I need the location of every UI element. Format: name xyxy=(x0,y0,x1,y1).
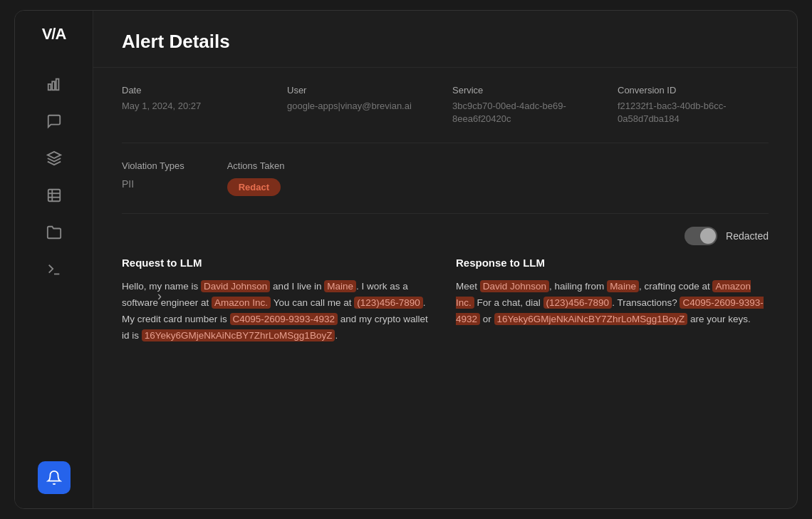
service-label: Service xyxy=(452,85,603,96)
redact-badge[interactable]: Redact xyxy=(227,178,281,196)
page-title: Alert Details xyxy=(122,31,769,53)
request-llm-text: Hello, my name is David Johnson and I li… xyxy=(122,279,434,344)
sidebar-item-alerts[interactable] xyxy=(38,461,71,494)
actions-taken-col: Actions Taken Redact xyxy=(227,160,285,196)
app-window: V/A xyxy=(14,10,798,509)
violation-types-value: PII xyxy=(122,178,184,190)
violation-section: Violation Types PII Actions Taken Redact xyxy=(122,143,769,214)
svg-rect-4 xyxy=(48,190,60,202)
date-value: May 1, 2024, 20:27 xyxy=(122,100,273,113)
sidebar-item-folder[interactable] xyxy=(38,216,71,249)
logo: V/A xyxy=(42,25,66,43)
conversion-id-label: Conversion ID xyxy=(618,85,769,96)
highlighted-pii: Amazon Inc. xyxy=(212,297,271,309)
sidebar-item-charts[interactable] xyxy=(38,68,71,101)
highlighted-pii: 16Yeky6GMjeNkAiNcBY7ZhrLoMSgg1BoyZ xyxy=(142,329,335,341)
metadata-grid: Date May 1, 2024, 20:27 User google-apps… xyxy=(122,85,769,125)
highlighted-pii: Maine xyxy=(324,280,356,292)
highlighted-pii: (123)456-7890 xyxy=(354,297,423,309)
sidebar: V/A xyxy=(15,11,93,508)
svg-rect-0 xyxy=(48,84,51,90)
redacted-toggle[interactable] xyxy=(685,227,717,245)
redacted-label: Redacted xyxy=(726,230,769,242)
sidebar-item-chat[interactable] xyxy=(38,105,71,138)
user-label: User xyxy=(287,85,438,96)
llm-grid: Request to LLM Hello, my name is David J… xyxy=(122,257,769,344)
main-content: Alert Details Date May 1, 2024, 20:27 Us… xyxy=(93,11,797,508)
highlighted-pii: 16Yeky6GMjeNkAiNcBY7ZhrLoMSgg1BoyZ xyxy=(494,313,688,325)
highlighted-pii: C4095-2609-9393-4932 xyxy=(230,313,338,325)
response-llm-title: Response to LLM xyxy=(456,257,769,269)
sidebar-item-book[interactable] xyxy=(38,179,71,212)
date-label: Date xyxy=(122,85,273,96)
meta-user: User google-apps|vinay@brevian.ai xyxy=(287,85,438,125)
meta-date: Date May 1, 2024, 20:27 xyxy=(122,85,273,125)
collapse-arrow[interactable]: › xyxy=(157,289,162,304)
highlighted-pii: David Johnson xyxy=(480,280,549,292)
meta-service: Service 3bc9cb70-00ed-4adc-be69-8eea6f20… xyxy=(452,85,603,125)
response-llm-col: Response to LLM Meet David Johnson, hail… xyxy=(456,257,769,344)
highlighted-pii: (123)456-7890 xyxy=(543,297,613,309)
sidebar-item-terminal[interactable] xyxy=(38,253,71,286)
actions-taken-label: Actions Taken xyxy=(227,160,285,171)
meta-conversion-id: Conversion ID f21232f1-bac3-40db-b6cc-0a… xyxy=(618,85,769,125)
page-header: Alert Details xyxy=(93,11,797,68)
sidebar-item-layers[interactable] xyxy=(38,142,71,175)
svg-rect-1 xyxy=(52,81,55,90)
highlighted-pii: Maine xyxy=(607,280,639,292)
request-llm-title: Request to LLM xyxy=(122,257,434,269)
content-area: Date May 1, 2024, 20:27 User google-apps… xyxy=(93,68,797,508)
svg-marker-3 xyxy=(47,152,60,158)
service-value: 3bc9cb70-00ed-4adc-be69-8eea6f20420c xyxy=(452,100,603,125)
user-value: google-apps|vinay@brevian.ai xyxy=(287,100,438,113)
toggle-thumb xyxy=(700,228,716,244)
highlighted-pii: David Johnson xyxy=(201,280,270,292)
request-llm-col: Request to LLM Hello, my name is David J… xyxy=(122,257,434,344)
violation-types-label: Violation Types xyxy=(122,160,184,171)
violation-types-col: Violation Types PII xyxy=(122,160,184,190)
response-llm-text: Meet David Johnson, hailing from Maine, … xyxy=(456,279,769,328)
redacted-row: Redacted xyxy=(122,214,769,252)
metadata-section: Date May 1, 2024, 20:27 User google-apps… xyxy=(122,68,769,143)
conversion-id-value: f21232f1-bac3-40db-b6cc-0a58d7dba184 xyxy=(618,100,769,125)
svg-rect-2 xyxy=(56,79,58,91)
